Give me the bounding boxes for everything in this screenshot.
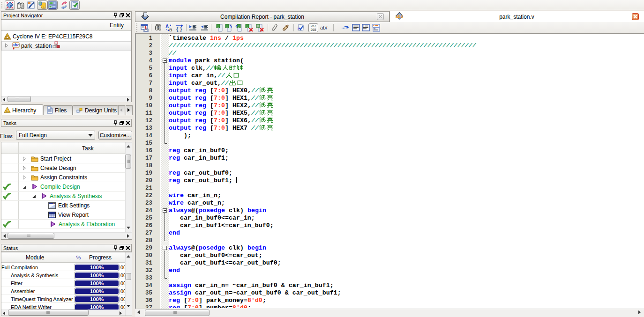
svg-text:B: B bbox=[169, 28, 172, 32]
svg-text:abc: abc bbox=[12, 43, 20, 47]
svg-text:A: A bbox=[165, 24, 169, 29]
svg-text:{}: {} bbox=[176, 26, 182, 32]
